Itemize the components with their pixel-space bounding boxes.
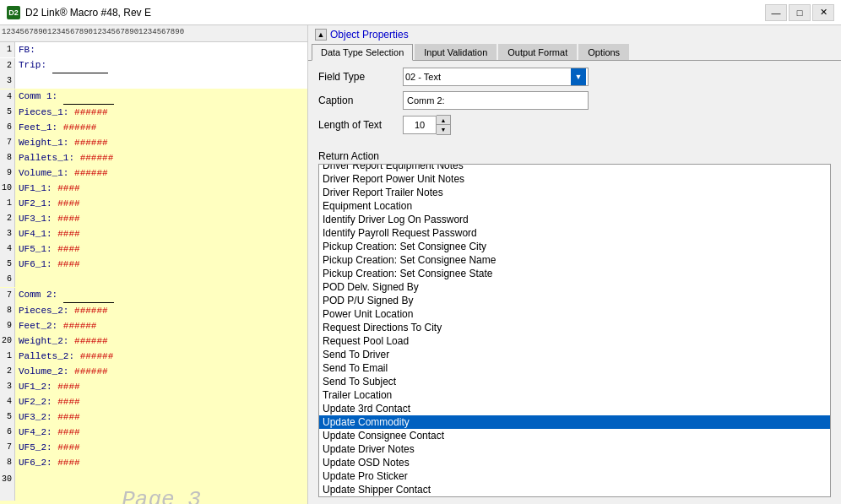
ruler: 1234567890123456789012345678901234567890: [0, 25, 307, 42]
list-item[interactable]: Update Commodity: [319, 415, 830, 429]
tab-options[interactable]: Options: [578, 44, 629, 60]
table-row: 6 UF4_2: ####: [0, 425, 307, 440]
tab-data-type-selection[interactable]: Data Type Selection: [312, 44, 413, 61]
spinner-down-button[interactable]: ▼: [437, 125, 450, 134]
length-input[interactable]: [403, 116, 437, 134]
table-row: 3 UF1_2: ####: [0, 379, 307, 394]
table-row: 4 Comm 1:: [0, 89, 307, 105]
field-type-label: Field Type: [318, 71, 403, 83]
caption-label: Caption: [318, 95, 403, 106]
tabs-bar: Data Type Selection Input Validation Out…: [308, 44, 841, 61]
object-properties-panel: ▲ Object Properties Data Type Selection …: [308, 25, 841, 504]
length-label: Length of Text: [318, 119, 403, 131]
table-row: 2 Trip:: [0, 57, 307, 73]
list-item[interactable]: Power Unit Location: [319, 307, 830, 321]
list-item[interactable]: Update Consignee Contact: [319, 429, 830, 442]
list-box[interactable]: (None)Address MessageDriver Report Equip…: [319, 165, 830, 496]
object-properties-title: Object Properties: [330, 29, 409, 41]
collapse-button[interactable]: ▲: [315, 29, 327, 41]
list-item[interactable]: Equipment Location: [319, 199, 830, 213]
list-item[interactable]: Send To Email: [319, 361, 830, 375]
macro-editor-panel: 1234567890123456789012345678901234567890…: [0, 25, 308, 504]
list-item[interactable]: Update Pro Sticker: [319, 469, 830, 483]
table-row: 3: [0, 73, 307, 89]
right-panel-inner: ▲ Object Properties Data Type Selection …: [308, 25, 841, 504]
table-row: 1 Pallets_2: ######: [0, 349, 307, 364]
list-item[interactable]: Driver Report Equipment Notes: [319, 165, 830, 172]
list-item[interactable]: Send To Driver: [319, 348, 830, 361]
table-row: 10 UF1_1: ####: [0, 181, 307, 196]
table-row: 8 Pieces_2: ######: [0, 303, 307, 318]
list-item[interactable]: Pickup Creation: Set Consignee State: [319, 267, 830, 280]
list-item[interactable]: Identify Driver Log On Password: [319, 213, 830, 226]
table-row: 8 Pallets_1: ######: [0, 150, 307, 165]
dropdown-arrow-icon: ▼: [571, 68, 586, 85]
table-row: 4 UF5_1: ####: [0, 241, 307, 257]
main-container: 1234567890123456789012345678901234567890…: [0, 25, 841, 504]
app-title: D2 Link® Macro #48, Rev E: [25, 7, 151, 19]
table-row: 9 Volume_1: ######: [0, 165, 307, 181]
object-properties-header: ▲ Object Properties: [308, 25, 841, 44]
field-type-select[interactable]: 02 - Text ▼: [403, 68, 589, 86]
list-item[interactable]: Pickup Creation: Set Consignee City: [319, 240, 830, 253]
minimize-button[interactable]: —: [765, 4, 787, 21]
list-item[interactable]: Request Directions To City: [319, 321, 830, 334]
list-item[interactable]: Driver Report Trailer Notes: [319, 186, 830, 199]
list-item[interactable]: Identify Payroll Request Password: [319, 226, 830, 240]
close-button[interactable]: ✕: [812, 4, 834, 21]
editor-rows: 1 FB: 2 Trip: 3 4 Comm 1: 5: [0, 42, 307, 504]
table-row: 6 Feet_1: ######: [0, 120, 307, 135]
table-row: 2 Volume_2: ######: [0, 364, 307, 379]
list-item[interactable]: Update Shipper Contact: [319, 483, 830, 496]
list-item[interactable]: Update 3rd Contact: [319, 402, 830, 415]
list-section: (None)Address MessageDriver Report Equip…: [308, 164, 841, 504]
table-row: 9 Feet_2: ######: [0, 318, 307, 333]
return-action-list[interactable]: (None)Address MessageDriver Report Equip…: [318, 164, 831, 497]
return-action-label: Return Action: [308, 147, 841, 164]
list-item[interactable]: Update Driver Notes: [319, 442, 830, 456]
caption-row: Caption: [318, 91, 831, 110]
maximize-button[interactable]: □: [789, 4, 811, 21]
list-item[interactable]: POD P/U Signed By: [319, 294, 830, 307]
window-controls: — □ ✕: [765, 4, 834, 21]
list-item[interactable]: POD Delv. Signed By: [319, 280, 830, 294]
list-item[interactable]: Request Pool Load: [319, 334, 830, 348]
page3-label: Page 3: [122, 492, 201, 504]
table-row: 7 Weight_1: ######: [0, 135, 307, 150]
table-row: 7 Comm 2:: [0, 287, 307, 303]
list-item[interactable]: Driver Report Power Unit Notes: [319, 172, 830, 186]
list-item[interactable]: Trailer Location: [319, 388, 830, 402]
table-row: 1 FB:: [0, 42, 307, 57]
table-row: 20 Weight_2: ######: [0, 333, 307, 349]
title-bar-left: D2 D2 Link® Macro #48, Rev E: [7, 6, 151, 19]
list-item[interactable]: Send To Subject: [319, 375, 830, 388]
page3-section: 30 Page 3: [0, 470, 307, 504]
table-row: 1 UF2_1: ####: [0, 196, 307, 211]
caption-input[interactable]: [403, 91, 589, 110]
length-row: Length of Text ▲ ▼: [318, 115, 831, 135]
field-type-row: Field Type 02 - Text ▼: [318, 68, 831, 86]
editor-content[interactable]: 1 FB: 2 Trip: 3 4 Comm 1: 5: [0, 42, 307, 504]
length-spinner: ▲ ▼: [403, 115, 451, 135]
tab-output-format[interactable]: Output Format: [498, 44, 577, 60]
table-row: 5 UF6_1: ####: [0, 257, 307, 272]
table-row: 3 UF4_1: ####: [0, 226, 307, 241]
list-item[interactable]: Update OSD Notes: [319, 456, 830, 469]
table-row: 5 UF3_2: ####: [0, 409, 307, 425]
properties-form: Field Type 02 - Text ▼ Caption: [308, 61, 841, 147]
app-icon: D2: [7, 6, 20, 19]
title-bar: D2 D2 Link® Macro #48, Rev E — □ ✕: [0, 0, 841, 25]
table-row: 4 UF2_2: ####: [0, 394, 307, 409]
table-row: 5 Pieces_1: ######: [0, 105, 307, 120]
table-row: 2 UF3_1: ####: [0, 211, 307, 226]
tab-input-validation[interactable]: Input Validation: [415, 44, 496, 60]
list-item[interactable]: Pickup Creation: Set Consignee Name: [319, 253, 830, 267]
table-row: 7 UF5_2: ####: [0, 440, 307, 455]
spinner-up-button[interactable]: ▲: [437, 116, 450, 125]
table-row: 8 UF6_2: ####: [0, 455, 307, 470]
table-row: 6: [0, 272, 307, 287]
